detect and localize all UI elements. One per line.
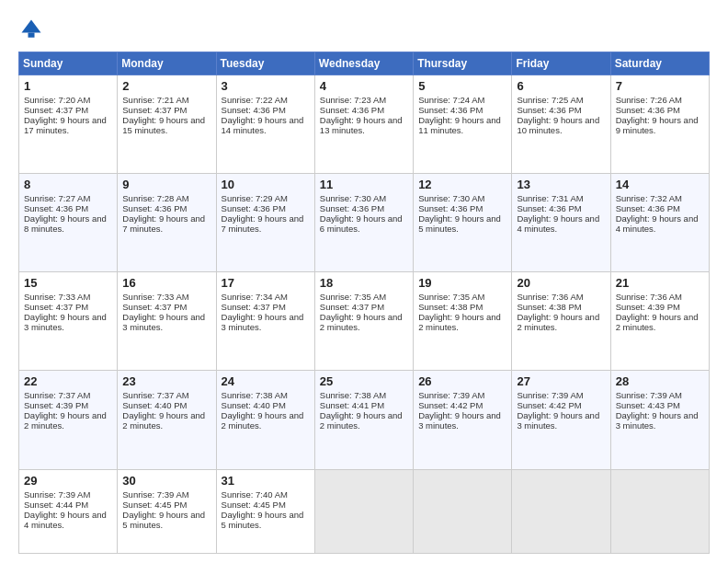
table-row: 20Sunrise: 7:36 AMSunset: 4:38 PMDayligh… [512, 272, 610, 371]
daylight-text: Daylight: 9 hours and 3 minutes. [418, 410, 501, 431]
table-row: 11Sunrise: 7:30 AMSunset: 4:36 PMDayligh… [314, 174, 413, 272]
table-row: 12Sunrise: 7:30 AMSunset: 4:36 PMDayligh… [414, 174, 512, 272]
sunrise-text: Sunrise: 7:38 AM [222, 390, 288, 400]
table-row: 6Sunrise: 7:25 AMSunset: 4:36 PMDaylight… [512, 75, 610, 174]
sunrise-text: Sunrise: 7:22 AM [222, 95, 288, 105]
sunrise-text: Sunrise: 7:25 AM [517, 95, 583, 105]
sunset-text: Sunset: 4:37 PM [24, 105, 88, 115]
sunrise-text: Sunrise: 7:27 AM [24, 193, 90, 203]
day-number: 9 [122, 178, 210, 191]
daylight-text: Daylight: 9 hours and 17 minutes. [24, 115, 107, 135]
sunset-text: Sunset: 4:36 PM [320, 203, 384, 213]
sunset-text: Sunset: 4:43 PM [616, 400, 680, 410]
table-row [512, 469, 610, 554]
svg-rect-1 [28, 33, 35, 38]
logo-icon [18, 17, 44, 42]
sunrise-text: Sunrise: 7:36 AM [517, 292, 583, 302]
day-number: 28 [616, 374, 704, 388]
day-number: 31 [222, 474, 310, 488]
sunrise-text: Sunrise: 7:33 AM [24, 292, 90, 302]
sunrise-text: Sunrise: 7:23 AM [320, 95, 386, 105]
table-row: 10Sunrise: 7:29 AMSunset: 4:36 PMDayligh… [216, 174, 314, 272]
sunset-text: Sunset: 4:42 PM [418, 400, 483, 410]
sunset-text: Sunset: 4:38 PM [517, 302, 581, 312]
daylight-text: Daylight: 9 hours and 3 minutes. [222, 312, 304, 332]
day-number: 21 [616, 276, 704, 290]
sunset-text: Sunset: 4:37 PM [122, 302, 187, 312]
table-row: 29Sunrise: 7:39 AMSunset: 4:44 PMDayligh… [19, 469, 118, 554]
table-row: 28Sunrise: 7:39 AMSunset: 4:43 PMDayligh… [610, 371, 709, 469]
daylight-text: Daylight: 9 hours and 5 minutes. [222, 510, 304, 530]
table-row: 15Sunrise: 7:33 AMSunset: 4:37 PMDayligh… [19, 272, 118, 371]
header [18, 17, 710, 42]
daylight-text: Daylight: 9 hours and 2 minutes. [320, 312, 403, 332]
day-number: 3 [222, 79, 310, 93]
sunset-text: Sunset: 4:36 PM [222, 203, 286, 213]
sunrise-text: Sunrise: 7:38 AM [320, 390, 386, 400]
sunrise-text: Sunrise: 7:20 AM [24, 95, 90, 105]
daylight-text: Daylight: 9 hours and 2 minutes. [418, 312, 501, 332]
sunrise-text: Sunrise: 7:32 AM [616, 193, 682, 203]
sunrise-text: Sunrise: 7:35 AM [320, 292, 386, 302]
sunset-text: Sunset: 4:37 PM [122, 105, 187, 115]
calendar-table: SundayMondayTuesdayWednesdayThursdayFrid… [18, 52, 710, 554]
sunset-text: Sunset: 4:45 PM [222, 500, 286, 510]
table-row: 8Sunrise: 7:27 AMSunset: 4:36 PMDaylight… [19, 174, 118, 272]
table-row: 25Sunrise: 7:38 AMSunset: 4:41 PMDayligh… [314, 371, 413, 469]
daylight-text: Daylight: 9 hours and 3 minutes. [24, 312, 107, 332]
table-row: 16Sunrise: 7:33 AMSunset: 4:37 PMDayligh… [118, 272, 216, 371]
daylight-text: Daylight: 9 hours and 4 minutes. [24, 510, 107, 530]
day-number: 1 [24, 79, 112, 93]
daylight-text: Daylight: 9 hours and 11 minutes. [418, 115, 501, 135]
sunrise-text: Sunrise: 7:34 AM [222, 292, 288, 302]
daylight-text: Daylight: 9 hours and 2 minutes. [320, 410, 403, 431]
day-number: 13 [517, 178, 605, 191]
sunrise-text: Sunrise: 7:39 AM [24, 489, 90, 500]
sunset-text: Sunset: 4:36 PM [616, 203, 680, 213]
day-number: 19 [418, 276, 506, 290]
table-row: 13Sunrise: 7:31 AMSunset: 4:36 PMDayligh… [512, 174, 610, 272]
daylight-text: Daylight: 9 hours and 2 minutes. [616, 312, 699, 332]
day-number: 25 [320, 374, 408, 388]
sunrise-text: Sunrise: 7:21 AM [122, 95, 188, 105]
sunset-text: Sunset: 4:36 PM [24, 203, 88, 213]
daylight-text: Daylight: 9 hours and 9 minutes. [616, 115, 699, 135]
day-number: 26 [418, 374, 506, 388]
day-number: 27 [517, 374, 605, 388]
table-row: 2Sunrise: 7:21 AMSunset: 4:37 PMDaylight… [118, 75, 216, 174]
sunrise-text: Sunrise: 7:29 AM [222, 193, 288, 203]
sunrise-text: Sunrise: 7:40 AM [222, 489, 288, 500]
sunrise-text: Sunrise: 7:35 AM [418, 292, 484, 302]
sunset-text: Sunset: 4:42 PM [517, 400, 581, 410]
sunset-text: Sunset: 4:36 PM [222, 105, 286, 115]
sunset-text: Sunset: 4:36 PM [517, 203, 581, 213]
daylight-text: Daylight: 9 hours and 2 minutes. [517, 312, 599, 332]
table-row: 21Sunrise: 7:36 AMSunset: 4:39 PMDayligh… [610, 272, 709, 371]
page: SundayMondayTuesdayWednesdayThursdayFrid… [0, 0, 728, 563]
table-row [414, 469, 512, 554]
table-row: 30Sunrise: 7:39 AMSunset: 4:45 PMDayligh… [118, 469, 216, 554]
daylight-text: Daylight: 9 hours and 13 minutes. [320, 115, 403, 135]
sunset-text: Sunset: 4:40 PM [222, 400, 286, 410]
day-number: 23 [122, 374, 210, 388]
sunrise-text: Sunrise: 7:39 AM [517, 390, 583, 400]
col-header-sunday: Sunday [19, 52, 118, 75]
daylight-text: Daylight: 9 hours and 8 minutes. [24, 213, 107, 234]
sunrise-text: Sunrise: 7:37 AM [122, 390, 188, 400]
sunrise-text: Sunrise: 7:33 AM [122, 292, 188, 302]
daylight-text: Daylight: 9 hours and 5 minutes. [122, 510, 205, 530]
sunrise-text: Sunrise: 7:36 AM [616, 292, 682, 302]
col-header-thursday: Thursday [414, 52, 512, 75]
day-number: 8 [24, 178, 112, 191]
day-number: 30 [122, 474, 210, 488]
sunrise-text: Sunrise: 7:39 AM [418, 390, 484, 400]
sunrise-text: Sunrise: 7:26 AM [616, 95, 682, 105]
day-number: 7 [616, 79, 704, 93]
daylight-text: Daylight: 9 hours and 15 minutes. [122, 115, 205, 135]
table-row: 14Sunrise: 7:32 AMSunset: 4:36 PMDayligh… [610, 174, 709, 272]
daylight-text: Daylight: 9 hours and 7 minutes. [222, 213, 304, 234]
day-number: 16 [122, 276, 210, 290]
daylight-text: Daylight: 9 hours and 5 minutes. [418, 213, 501, 234]
sunrise-text: Sunrise: 7:37 AM [24, 390, 90, 400]
sunset-text: Sunset: 4:37 PM [222, 302, 286, 312]
